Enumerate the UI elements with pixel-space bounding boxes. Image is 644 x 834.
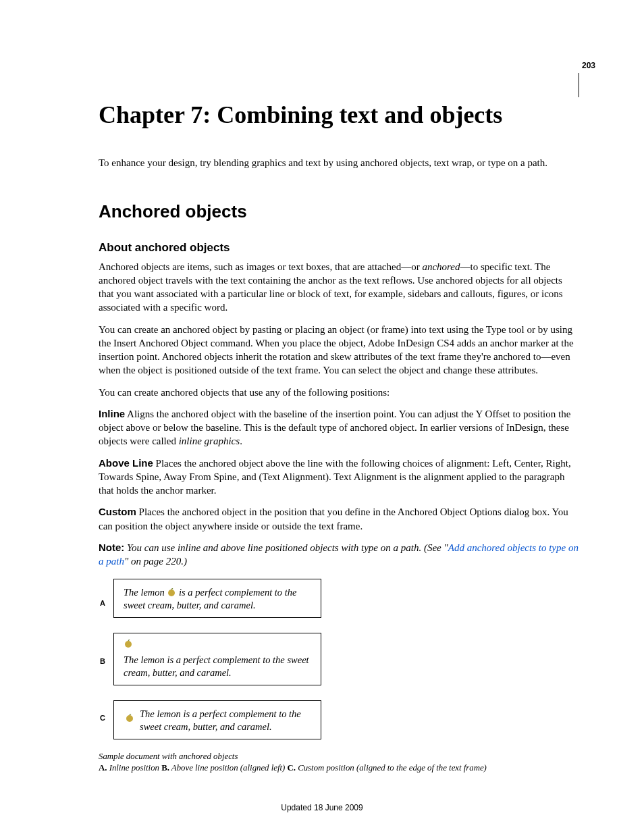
legend-a-label: A.	[99, 763, 107, 773]
lemon-icon	[125, 713, 134, 723]
document-page: 203 Chapter 7: Combining text and object…	[0, 0, 644, 834]
text: You can use inline and above line positi…	[124, 542, 448, 553]
svg-point-2	[126, 715, 133, 722]
figure-box-a: The lemon is a perfect complement to the…	[113, 579, 321, 618]
text: Anchored objects are items, such as imag…	[99, 261, 422, 272]
legend-b-text: Above line position (aligned left)	[169, 763, 288, 773]
figure-label-c: C	[100, 714, 105, 722]
subsection-title: About anchored objects	[99, 241, 579, 255]
text: The lemon	[124, 587, 167, 598]
text: Places the anchored object above the lin…	[99, 458, 571, 496]
note-label: Note:	[99, 542, 124, 553]
em-text: anchored	[422, 261, 460, 272]
legend-c-label: C.	[288, 763, 296, 773]
figure-text-c: The lemon is a perfect complement to the…	[140, 708, 301, 732]
figure-area: A The lemon is a perfect complement to t…	[99, 579, 579, 752]
footer-text: Updated 18 June 2009	[0, 803, 644, 812]
figure-caption: Sample document with anchored objects	[99, 752, 579, 762]
lemon-icon	[167, 588, 176, 597]
legend-c-text: Custom position (aligned to the edge of …	[296, 763, 487, 773]
note-paragraph: Note: You can use inline and above line …	[99, 541, 579, 569]
text: .	[240, 436, 242, 446]
svg-point-0	[168, 590, 175, 596]
page-number-rule	[579, 73, 579, 97]
run-in-head-above-line: Above Line	[99, 457, 153, 469]
lemon-icon	[124, 639, 133, 648]
text: Places the anchored object in the positi…	[99, 506, 568, 531]
section-title: Anchored objects	[99, 201, 579, 222]
body-paragraph-3: You can create anchored objects that use…	[99, 386, 579, 399]
text: Aligns the anchored object with the base…	[99, 409, 570, 447]
figure-label-a: A	[100, 599, 105, 607]
em-text: inline graphics	[179, 436, 240, 446]
body-paragraph-1: Anchored objects are items, such as imag…	[99, 260, 579, 315]
svg-point-1	[125, 641, 132, 648]
body-paragraph-2: You can create an anchored object by pas…	[99, 323, 579, 377]
custom-paragraph: Custom Places the anchored object in the…	[99, 505, 579, 533]
figure-text-a: The lemon is a perfect complement to the…	[124, 587, 296, 610]
above-line-paragraph: Above Line Places the anchored object ab…	[99, 457, 579, 498]
legend-b-label: B.	[161, 763, 169, 773]
figure-label-b: B	[100, 657, 105, 665]
figure-legend: A. Inline position B. Above line positio…	[99, 763, 579, 773]
figure-box-b: The lemon is a perfect complement to the…	[113, 633, 321, 685]
chapter-title: Chapter 7: Combining text and objects	[99, 101, 579, 129]
figure-text-b: The lemon is a perfect complement to the…	[124, 654, 309, 678]
run-in-head-custom: Custom	[99, 506, 136, 517]
run-in-head-inline: Inline	[99, 408, 125, 419]
page-number: 203	[582, 61, 595, 70]
intro-paragraph: To enhance your design, try blending gra…	[99, 156, 579, 170]
inline-paragraph: Inline Aligns the anchored object with t…	[99, 407, 579, 448]
text: " on page 220.)	[124, 556, 187, 567]
legend-a-text: Inline position	[107, 763, 161, 773]
figure-box-c: The lemon is a perfect complement to the…	[113, 700, 321, 739]
